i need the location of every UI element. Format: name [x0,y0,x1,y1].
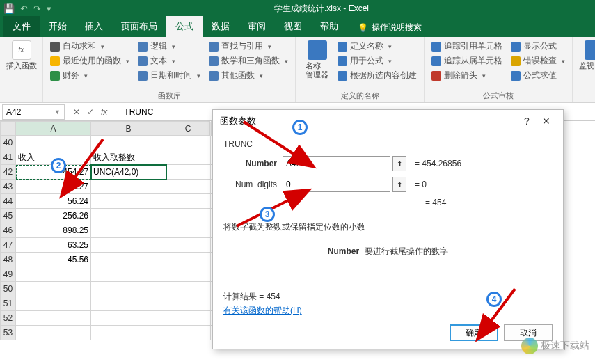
tab-help[interactable]: 帮助 [311,16,347,37]
col-header-a[interactable]: A [16,122,91,136]
cell[interactable] [16,311,91,326]
financial-button[interactable]: 财务▾ [49,69,131,82]
trace-prec-icon [431,42,441,52]
autosum-button[interactable]: 自动求和▾ [49,40,131,53]
cell[interactable]: 256.26 [16,209,91,223]
tab-layout[interactable]: 页面布局 [112,16,166,37]
tab-file[interactable]: 文件 [3,16,40,37]
cell[interactable]: 45.56 [16,253,91,267]
ok-button[interactable]: 确定 [450,324,498,341]
tab-view[interactable]: 视图 [275,16,311,37]
question-icon [138,42,148,52]
fx-bar-icon[interactable]: fx [101,107,107,117]
row-header[interactable]: 46 [1,223,16,238]
cell[interactable] [16,296,91,311]
row-header[interactable]: 48 [1,253,16,267]
row-header[interactable]: 42 [1,165,16,180]
insert-function-button[interactable]: fx 插入函数 [6,38,37,70]
arg1-eval: = 454.26856 [415,159,461,168]
error-check-button[interactable]: 错误检查▾ [509,54,566,68]
annotation-3: 3 [260,207,275,222]
name-box[interactable]: A42 ▼ [2,104,65,120]
col-header-b[interactable]: B [91,122,166,136]
cell[interactable]: 898.25 [16,223,91,238]
datetime-button[interactable]: 日期和时间▾ [136,69,202,82]
row-header[interactable]: 40 [1,136,16,150]
save-icon[interactable]: 💾 [3,3,15,14]
cell[interactable] [16,267,91,282]
result-eval: = 454 [425,198,553,207]
dialog-close-icon[interactable]: ✕ [537,116,556,127]
row-header[interactable]: 43 [1,180,16,194]
arg1-input[interactable] [283,156,390,171]
tab-home[interactable]: 开始 [40,16,76,37]
undo-icon[interactable]: ↶ [20,3,28,14]
watch-window-button[interactable]: 监视窗口 [578,38,595,70]
cell[interactable]: 45.27 [16,180,91,194]
cell[interactable] [16,282,91,296]
tell-me[interactable]: 💡 操作说明搜索 [354,18,425,37]
row-header[interactable]: 49 [1,267,16,282]
row-header[interactable]: 45 [1,209,16,223]
document-title: 学生成绩统计.xlsx - Excel [51,3,592,15]
tab-insert[interactable]: 插入 [76,16,112,37]
row-header[interactable]: 51 [1,296,16,311]
show-formulas-button[interactable]: 显示公式 [509,40,566,53]
annotation-2: 2 [51,158,66,173]
row-header[interactable]: 53 [1,326,16,340]
arg1-refedit-icon[interactable]: ⬆ [392,156,406,171]
name-manager-button[interactable]: 名称 管理器 [301,38,333,82]
sigma-icon [50,42,60,52]
trace-precedents-button[interactable]: 追踪引用单元格 [430,40,504,53]
cancel-formula-icon[interactable]: ✕ [73,107,80,117]
watermark-icon [521,338,538,354]
logical-button[interactable]: 逻辑▾ [136,40,202,53]
cell[interactable] [16,326,91,340]
evaluate-formula-button[interactable]: 公式求值 [509,69,566,82]
dialog-help-icon[interactable]: ? [517,116,537,127]
text-icon [138,56,148,66]
row-header[interactable]: 52 [1,311,16,326]
name-box-dropdown-icon[interactable]: ▼ [54,109,61,116]
text-button[interactable]: 文本▾ [136,54,202,68]
create-from-selection-button[interactable]: 根据所选内容创建 [336,69,418,82]
arg2-input[interactable] [283,177,390,192]
cell[interactable] [16,136,91,150]
redo-icon[interactable]: ↷ [33,3,41,14]
recent-functions-button[interactable]: 最近使用的函数▾ [49,54,131,68]
arg2-refedit-icon[interactable]: ⬆ [392,177,406,192]
cell[interactable]: 63.25 [16,238,91,253]
tag-icon [338,42,347,52]
row-header[interactable]: 47 [1,238,16,253]
remove-arrow-icon [431,71,441,81]
use-in-formula-button[interactable]: 用于公式▾ [336,54,418,68]
select-all-corner[interactable] [1,122,16,136]
help-link[interactable]: 有关该函数的帮助(H) [223,305,302,317]
error-icon [511,56,521,66]
function-arguments-dialog: 函数参数 ? ✕ TRUNC Number ⬆ = 454.26856 Num_… [212,109,564,349]
fx-small-icon [338,56,347,66]
remove-arrows-button[interactable]: 删除箭头▾ [430,69,504,82]
grid-icon [338,71,347,81]
math-button[interactable]: 数学和三角函数▾ [207,54,289,68]
row-header[interactable]: 50 [1,282,16,296]
dialog-title: 函数参数 [220,115,256,127]
search-icon [209,42,219,52]
tab-review[interactable]: 审阅 [239,16,275,37]
trace-dependents-button[interactable]: 追踪从属单元格 [430,54,504,68]
fx-icon: fx [12,40,31,60]
group-formula-auditing: 公式审核 [430,89,566,101]
argument-description: Number要进行截尾操作的数字 [223,246,553,258]
row-header[interactable]: 44 [1,194,16,209]
enter-formula-icon[interactable]: ✓ [87,107,94,117]
qat-dropdown-icon[interactable]: ▾ [47,3,51,14]
lookup-button[interactable]: 查找与引用▾ [207,40,289,53]
col-header-c[interactable]: C [166,122,211,136]
tab-data[interactable]: 数据 [203,16,239,37]
define-name-button[interactable]: 定义名称▾ [336,40,418,53]
row-header[interactable]: 41 [1,150,16,165]
cell[interactable]: 56.24 [16,194,91,209]
tab-formulas[interactable]: 公式 [166,16,203,37]
watermark-text: 极速下载站 [541,340,589,352]
other-functions-button[interactable]: 其他函数▾ [207,69,289,82]
